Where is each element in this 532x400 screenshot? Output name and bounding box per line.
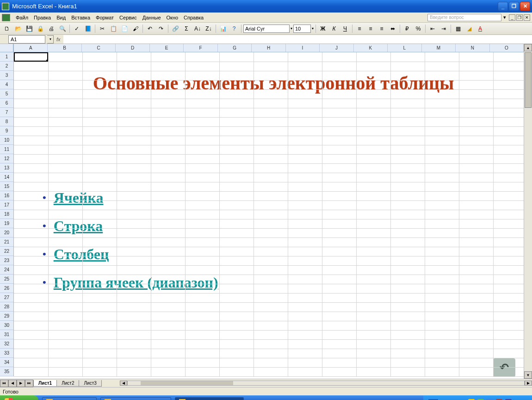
doc-minimize-button[interactable]: _ (509, 14, 515, 21)
menu-data[interactable]: Данные (140, 14, 164, 21)
scroll-down-arrow[interactable]: ▼ (524, 371, 532, 379)
row-header[interactable]: 5 (0, 89, 13, 99)
column-headers[interactable]: ABCDEFGHIJKLMNO (14, 44, 524, 52)
save-icon[interactable]: 💾 (24, 24, 34, 33)
copy-icon[interactable]: 📋 (108, 24, 118, 33)
scroll-left-arrow[interactable]: ◀ (120, 381, 127, 386)
sheet-nav-next[interactable]: ▶ (17, 380, 25, 387)
font-select[interactable] (243, 25, 290, 33)
start-button[interactable]: пуск (0, 395, 38, 400)
row-header[interactable]: 3 (0, 71, 13, 80)
hyperlink-icon[interactable]: 🔗 (170, 24, 180, 33)
sort-asc-icon[interactable]: A↓ (192, 24, 203, 33)
row-header[interactable]: 4 (0, 80, 13, 89)
menu-service[interactable]: Сервис (117, 14, 140, 21)
row-header[interactable]: 34 (0, 358, 13, 367)
row-header[interactable]: 6 (0, 99, 13, 108)
select-all-corner[interactable] (0, 44, 13, 52)
column-header[interactable]: M (422, 44, 456, 52)
menu-format[interactable]: Формат (93, 14, 117, 21)
row-header[interactable]: 30 (0, 321, 13, 330)
close-button[interactable]: ✕ (520, 2, 530, 11)
worksheet-grid[interactable]: 1234567891011121314151617181920212223242… (0, 44, 532, 379)
research-icon[interactable]: 📘 (83, 24, 93, 33)
font-size-select[interactable] (293, 25, 311, 33)
sheet-tab-active[interactable]: Лист1 (33, 380, 57, 387)
row-header[interactable]: 10 (0, 136, 13, 145)
currency-icon[interactable]: ₽ (402, 24, 412, 33)
column-header[interactable]: O (490, 44, 524, 52)
help-search-input[interactable]: Введите вопрос (427, 14, 501, 21)
taskbar-task[interactable]: Мои документы (42, 397, 96, 400)
underline-button[interactable]: Ч (340, 24, 350, 33)
row-header[interactable]: 7 (0, 108, 13, 117)
permission-icon[interactable]: 🔒 (35, 24, 45, 33)
column-header[interactable]: C (82, 44, 116, 52)
taskbar-task[interactable]: Microsoft PowerPoint ... (100, 397, 171, 400)
cut-icon[interactable]: ✂ (97, 24, 107, 33)
name-box[interactable]: A1 (8, 35, 45, 44)
paste-icon[interactable]: 📄 (119, 24, 130, 33)
row-header[interactable]: 19 (0, 219, 13, 228)
align-left-icon[interactable]: ≡ (354, 24, 365, 33)
bullet-item[interactable]: •Столбец (43, 246, 218, 263)
chart-wizard-icon[interactable]: 📊 (218, 24, 228, 33)
row-header[interactable]: 31 (0, 330, 13, 339)
formula-input[interactable] (63, 35, 532, 44)
column-header[interactable]: L (388, 44, 421, 52)
return-button[interactable]: ↶ (493, 358, 515, 377)
row-header[interactable]: 24 (0, 265, 13, 275)
autosum-icon[interactable]: Σ (181, 24, 192, 33)
fill-color-icon[interactable]: ◢ (464, 24, 474, 33)
sort-desc-icon[interactable]: Z↓ (204, 24, 214, 33)
decrease-indent-icon[interactable]: ⇤ (427, 24, 438, 33)
row-header[interactable]: 20 (0, 228, 13, 238)
row-header[interactable]: 27 (0, 293, 13, 302)
sheet-tab[interactable]: Лист2 (56, 380, 79, 387)
row-header[interactable]: 8 (0, 117, 13, 126)
column-header[interactable]: B (48, 44, 81, 52)
bullet-item[interactable]: •Ячейка (43, 189, 218, 206)
merge-center-icon[interactable]: ⬌ (388, 24, 398, 33)
scroll-right-arrow[interactable]: ▶ (525, 381, 532, 386)
fx-icon[interactable]: fx (56, 37, 61, 42)
doc-close-button[interactable]: ✕ (524, 14, 530, 21)
taskbar-task[interactable]: Microsoft Excel - Кни... (175, 397, 244, 400)
row-header[interactable]: 23 (0, 256, 13, 265)
menu-insert[interactable]: Вставка (68, 14, 93, 21)
row-header[interactable]: 22 (0, 247, 13, 256)
row-header[interactable]: 15 (0, 182, 13, 191)
spellcheck-icon[interactable]: ✓ (72, 24, 82, 33)
scroll-up-arrow[interactable]: ▲ (524, 44, 532, 51)
column-header[interactable]: F (184, 44, 217, 52)
menu-file[interactable]: Файл (13, 14, 31, 21)
sheet-nav-prev[interactable]: ◀ (8, 380, 17, 387)
format-painter-icon[interactable]: 🖌 (130, 24, 141, 33)
undo-icon[interactable]: ↶ (145, 24, 155, 33)
row-header[interactable]: 9 (0, 126, 13, 136)
percent-icon[interactable]: % (413, 24, 423, 33)
menu-help[interactable]: Справка (181, 14, 206, 21)
column-header[interactable]: D (116, 44, 149, 52)
row-header[interactable]: 28 (0, 302, 13, 312)
open-icon[interactable]: 📂 (13, 24, 23, 33)
sheet-nav-first[interactable]: ⏮ (0, 380, 8, 387)
sheet-tab[interactable]: Лист3 (79, 380, 101, 387)
bullet-item[interactable]: •Строка (43, 218, 218, 235)
menu-view[interactable]: Вид (54, 14, 68, 21)
column-header[interactable]: N (456, 44, 489, 52)
borders-icon[interactable]: ▦ (453, 24, 463, 33)
row-header[interactable]: 18 (0, 210, 13, 219)
column-header[interactable]: A (14, 44, 48, 52)
row-header[interactable]: 32 (0, 339, 13, 349)
help-icon[interactable]: ? (229, 24, 239, 33)
row-header[interactable]: 29 (0, 312, 13, 321)
column-header[interactable]: I (286, 44, 320, 52)
row-header[interactable]: 17 (0, 200, 13, 210)
excel-workbook-icon[interactable] (2, 14, 10, 21)
horizontal-scrollbar[interactable]: ◀ ▶ (120, 381, 532, 386)
column-header[interactable]: G (218, 44, 252, 52)
row-header[interactable]: 25 (0, 275, 13, 284)
scroll-thumb[interactable] (525, 52, 532, 108)
column-header[interactable]: J (320, 44, 353, 52)
